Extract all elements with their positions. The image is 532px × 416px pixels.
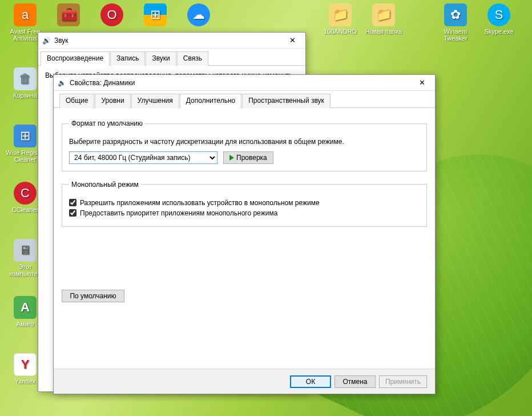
tab-general[interactable]: Общие [59,94,94,108]
legend-format: Формат по умолчанию [69,119,145,127]
tabs-sound: Воспроизведение Запись Звуки Связь [38,49,305,66]
desktop-icon-winaero[interactable]: ✿Winaero Tweaker [435,3,476,42]
format-combo[interactable]: 24 бит, 48000 Гц (Студийная запись) [69,151,217,164]
ok-button[interactable]: ОК [290,375,331,388]
tab-recording[interactable]: Запись [110,51,145,66]
tab-sounds[interactable]: Звуки [146,51,176,66]
group-exclusive: Монопольный режим Разрешить приложениям … [62,181,427,227]
cancel-button[interactable]: Отмена [334,375,376,388]
desktop-icon-cloud[interactable]: ☁ [178,3,219,28]
desktop-icon-folder-andro[interactable]: 📁100ANDRO [320,3,361,35]
desktop-icon-windows[interactable]: ⊞ [135,3,176,28]
dialog-footer: ОК Отмена Применить [54,369,435,394]
tab-advanced[interactable]: Дополнительно [180,94,241,108]
titlebar-sound[interactable]: 🔊 Звук ✕ [38,33,305,49]
title-sound: Звук [54,37,283,45]
chk-priority-exclusive[interactable]: Предоставить приоритет приложениям моноп… [69,209,420,217]
chk-allow-exclusive-box[interactable] [69,199,76,206]
tab-playback[interactable]: Воспроизведение [41,51,110,66]
close-button-props[interactable]: ✕ [412,77,432,89]
tab-enhancements[interactable]: Улучшения [131,94,179,108]
defaults-button[interactable]: По умолчанию [62,290,124,302]
title-props: Свойства: Динамики [70,79,412,87]
group-default-format: Формат по умолчанию Выберите разрядность… [62,119,427,171]
speaker-icon: 🔊 [42,36,51,45]
desktop-icon-app2[interactable]: 🧰 [48,3,89,28]
desktop-icon-opera[interactable]: O [91,3,132,28]
props-body: Формат по умолчанию Выберите разрядность… [54,108,435,308]
tab-comm[interactable]: Связь [177,51,208,66]
tabs-props: Общие Уровни Улучшения Дополнительно Про… [54,91,435,108]
speaker-props-icon: 🔈 [57,78,66,87]
chk-priority-exclusive-box[interactable] [69,209,76,217]
titlebar-props[interactable]: 🔈 Свойства: Динамики ✕ [54,75,435,91]
chk-allow-exclusive[interactable]: Разрешить приложениям использовать устро… [69,199,420,207]
tab-levels[interactable]: Уровни [95,94,130,108]
desktop-icon-skype[interactable]: SSkype.exe [478,3,519,35]
test-button[interactable]: Проверка [223,151,273,164]
close-button-sound[interactable]: ✕ [283,34,302,47]
desktop-icon-folder-new[interactable]: 📁Новая папка [363,3,404,35]
legend-exclusive: Монопольный режим [69,181,141,189]
apply-button[interactable]: Применить [379,375,427,388]
format-desc: Выберите разрядность и частоту дискретиз… [69,138,420,147]
window-properties: 🔈 Свойства: Динамики ✕ Общие Уровни Улуч… [53,74,436,394]
play-icon [229,155,234,161]
tab-spatial[interactable]: Пространственный звук [242,94,331,108]
